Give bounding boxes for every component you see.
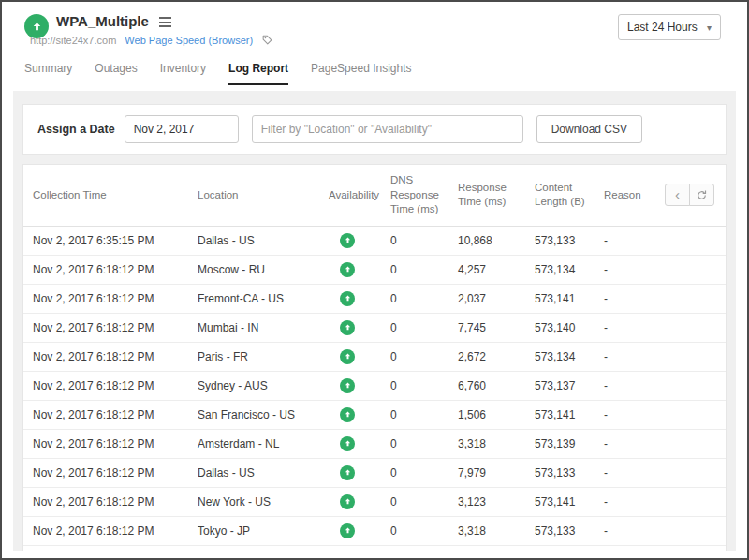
log-row[interactable]: Nov 2, 2017 6:18:12 PMMumbai - IN07,7455… bbox=[23, 313, 726, 342]
availability-cell bbox=[319, 429, 381, 458]
log-row[interactable]: Nov 2, 2017 6:18:12 PMParis - FR02,67257… bbox=[23, 342, 726, 371]
availability-cell bbox=[319, 516, 381, 545]
collection-time-cell: Nov 2, 2017 6:18:12 PM bbox=[23, 284, 188, 313]
download-csv-button[interactable]: Download CSV bbox=[536, 115, 642, 143]
row-actions-spacer bbox=[649, 400, 726, 429]
location-cell: Amsterdam - NL bbox=[188, 429, 319, 458]
content-length-cell: 573,141 bbox=[525, 487, 595, 516]
log-row[interactable]: Nov 2, 2017 6:18:12 PMMoscow - RU04,2575… bbox=[23, 255, 726, 284]
time-range-value: Last 24 Hours bbox=[627, 21, 698, 34]
content-length-cell: 573,133 bbox=[525, 545, 595, 551]
refresh-button[interactable] bbox=[689, 184, 714, 206]
column-header-4: DNS Response Time (ms) bbox=[381, 165, 448, 226]
collection-time-cell: Nov 2, 2017 6:18:12 PM bbox=[23, 400, 188, 429]
response-time-cell: 10,868 bbox=[448, 226, 525, 255]
content-length-cell: 573,141 bbox=[525, 284, 595, 313]
log-row[interactable]: Nov 2, 2017 6:18:12 PMSan Francisco - US… bbox=[23, 400, 726, 429]
availability-cell bbox=[319, 400, 381, 429]
log-row[interactable]: Nov 2, 2017 6:18:12 PMDallas - US07,9795… bbox=[23, 458, 726, 487]
dns-response-time-cell: 0 bbox=[381, 545, 448, 551]
availability-cell bbox=[319, 487, 381, 516]
response-time-cell: 2,037 bbox=[448, 284, 525, 313]
collection-time-cell: Nov 2, 2017 6:18:12 PM bbox=[23, 487, 188, 516]
row-actions-spacer bbox=[649, 487, 726, 516]
availability-up-icon bbox=[340, 378, 355, 393]
content-length-cell: 573,140 bbox=[525, 313, 595, 342]
row-actions-spacer bbox=[649, 342, 726, 371]
location-cell: Paris - FR bbox=[188, 342, 319, 371]
log-row[interactable]: Nov 2, 2017 6:02:51 PMDallas - US07,4105… bbox=[23, 545, 726, 551]
time-range-dropdown[interactable]: Last 24 Hours ▾ bbox=[618, 14, 721, 40]
content-length-cell: 573,137 bbox=[525, 371, 595, 400]
location-cell: Dallas - US bbox=[188, 226, 319, 255]
log-row[interactable]: Nov 2, 2017 6:18:12 PMAmsterdam - NL03,3… bbox=[23, 429, 726, 458]
reason-cell: - bbox=[595, 226, 649, 255]
response-time-cell: 7,745 bbox=[448, 313, 525, 342]
content-length-cell: 573,141 bbox=[525, 400, 595, 429]
log-report-panel: Assign a Date Download CSV Collection Ti… bbox=[13, 91, 736, 551]
dns-response-time-cell: 0 bbox=[381, 226, 448, 255]
content-length-cell: 573,133 bbox=[525, 516, 595, 545]
availability-cell bbox=[319, 545, 381, 551]
log-row[interactable]: Nov 2, 2017 6:35:15 PMDallas - US010,868… bbox=[23, 226, 726, 255]
availability-up-icon bbox=[340, 436, 355, 451]
table-actions: ‹ bbox=[649, 165, 726, 226]
location-cell: Moscow - RU bbox=[188, 255, 319, 284]
response-time-cell: 1,506 bbox=[448, 400, 525, 429]
reason-cell: - bbox=[595, 458, 649, 487]
response-time-cell: 3,123 bbox=[448, 487, 525, 516]
column-header-5: Response Time (ms) bbox=[448, 165, 525, 226]
tag-icon[interactable] bbox=[261, 34, 273, 46]
column-header-1: Collection Time bbox=[23, 165, 188, 226]
tab-outages[interactable]: Outages bbox=[95, 62, 137, 85]
log-row[interactable]: Nov 2, 2017 6:18:12 PMNew York - US03,12… bbox=[23, 487, 726, 516]
availability-up-icon bbox=[340, 291, 355, 306]
log-table: Collection TimeLocationAvailabilityDNS R… bbox=[23, 165, 726, 551]
response-time-cell: 4,257 bbox=[448, 255, 525, 284]
table-header-row: Collection TimeLocationAvailabilityDNS R… bbox=[23, 165, 726, 226]
reason-cell: - bbox=[595, 313, 649, 342]
dns-response-time-cell: 0 bbox=[381, 516, 448, 545]
availability-cell bbox=[319, 284, 381, 313]
dns-response-time-cell: 0 bbox=[381, 458, 448, 487]
location-cell: Sydney - AUS bbox=[188, 371, 319, 400]
row-actions-spacer bbox=[649, 313, 726, 342]
date-input[interactable] bbox=[125, 115, 239, 143]
hamburger-menu-icon[interactable] bbox=[159, 15, 171, 27]
location-cell: Dallas - US bbox=[188, 458, 319, 487]
content-length-cell: 573,133 bbox=[525, 458, 595, 487]
row-actions-spacer bbox=[649, 458, 726, 487]
content-length-cell: 573,134 bbox=[525, 255, 595, 284]
tab-pagespeed-insights[interactable]: PageSpeed Insights bbox=[311, 62, 411, 85]
up-arrow-glyph bbox=[344, 265, 352, 273]
up-arrow-glyph bbox=[344, 410, 352, 419]
collection-time-cell: Nov 2, 2017 6:18:12 PM bbox=[23, 516, 188, 545]
dns-response-time-cell: 0 bbox=[381, 255, 448, 284]
row-actions-spacer bbox=[649, 545, 726, 551]
collection-time-cell: Nov 2, 2017 6:18:12 PM bbox=[23, 371, 188, 400]
log-row[interactable]: Nov 2, 2017 6:18:12 PMSydney - AUS06,760… bbox=[23, 371, 726, 400]
log-table-card: Collection TimeLocationAvailabilityDNS R… bbox=[22, 164, 727, 551]
row-actions-spacer bbox=[649, 429, 726, 458]
filter-input[interactable] bbox=[252, 115, 523, 143]
response-time-cell: 3,318 bbox=[448, 429, 525, 458]
log-row[interactable]: Nov 2, 2017 6:18:12 PMTokyo - JP03,31857… bbox=[23, 516, 726, 545]
up-arrow-glyph bbox=[344, 294, 352, 302]
monitor-type-link[interactable]: Web Page Speed (Browser) bbox=[125, 35, 253, 46]
collection-time-cell: Nov 2, 2017 6:02:51 PM bbox=[23, 545, 188, 551]
log-row[interactable]: Nov 2, 2017 6:18:12 PMFremont-CA - US02,… bbox=[23, 284, 726, 313]
tab-log-report[interactable]: Log Report bbox=[228, 62, 288, 85]
reason-cell: - bbox=[595, 400, 649, 429]
dns-response-time-cell: 0 bbox=[381, 371, 448, 400]
monitor-header: WPA_Multiple http://site24x7.com Web Pag… bbox=[2, 2, 747, 56]
collection-time-cell: Nov 2, 2017 6:18:12 PM bbox=[23, 458, 188, 487]
dns-response-time-cell: 0 bbox=[381, 284, 448, 313]
monitor-title: WPA_Multiple bbox=[56, 13, 149, 29]
tab-inventory[interactable]: Inventory bbox=[160, 62, 206, 85]
up-arrow-glyph bbox=[344, 352, 352, 361]
previous-page-button[interactable]: ‹ bbox=[665, 184, 690, 206]
availability-up-icon bbox=[340, 523, 355, 538]
response-time-cell: 7,979 bbox=[448, 458, 525, 487]
location-cell: Dallas - US bbox=[188, 545, 319, 551]
tab-summary[interactable]: Summary bbox=[24, 62, 72, 85]
